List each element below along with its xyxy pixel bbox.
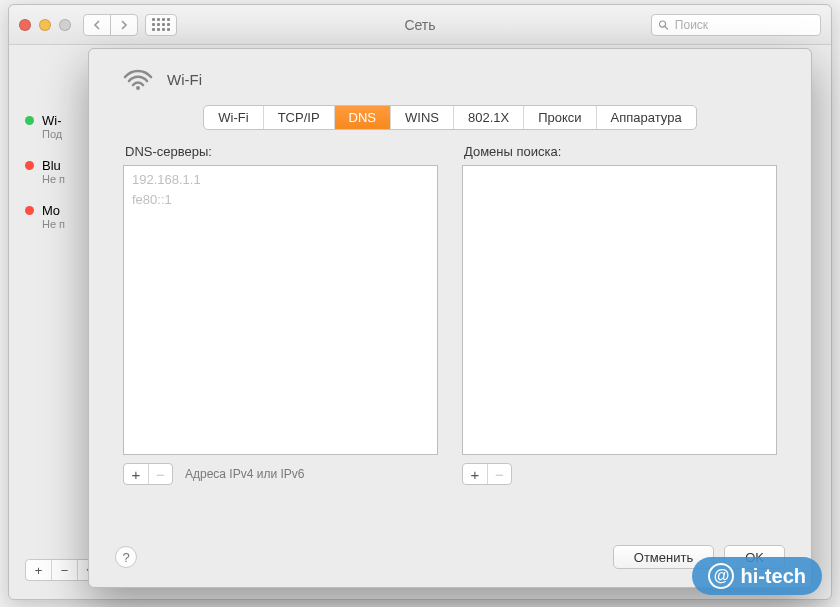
search-domains-column: Домены поиска: + − (462, 144, 777, 485)
list-item[interactable]: fe80::1 (132, 190, 429, 210)
watermark-text: hi-tech (740, 565, 806, 588)
remove-connection-button[interactable]: − (52, 560, 78, 580)
sidebar-item-label: Wi- (42, 113, 62, 128)
sidebar-item-modem[interactable]: Mo Не п (25, 195, 85, 240)
sidebar-item-label: Blu (42, 158, 65, 173)
dns-hint: Адреса IPv4 или IPv6 (185, 467, 304, 481)
tab-hardware[interactable]: Аппаратура (597, 106, 696, 129)
at-icon: @ (708, 563, 734, 589)
tab-dns[interactable]: DNS (335, 106, 391, 129)
grid-icon (152, 18, 170, 31)
titlebar: Сеть (9, 5, 831, 45)
help-button[interactable]: ? (115, 546, 137, 568)
sidebar-item-status: Не п (42, 173, 65, 185)
sidebar-item-status: Под (42, 128, 62, 140)
forward-button[interactable] (110, 14, 138, 36)
back-button[interactable] (83, 14, 111, 36)
search-domains-list[interactable] (462, 165, 777, 455)
sidebar-item-wifi[interactable]: Wi- Под (25, 105, 85, 150)
sheet-title: Wi-Fi (167, 71, 202, 88)
nav-buttons (83, 14, 137, 36)
sidebar-item-bluetooth[interactable]: Blu Не п (25, 150, 85, 195)
status-dot-icon (25, 161, 34, 170)
svg-point-2 (136, 86, 140, 90)
dns-plus-minus: + − (123, 463, 173, 485)
tab-proxies[interactable]: Прокси (524, 106, 596, 129)
chevron-right-icon (120, 20, 128, 30)
close-window-button[interactable] (19, 19, 31, 31)
dns-panel: DNS-серверы: 192.168.1.1 fe80::1 + − Адр… (115, 144, 785, 485)
search-icon (658, 19, 669, 31)
search-input[interactable] (673, 17, 814, 33)
window-controls (19, 19, 71, 31)
sheet-header: Wi-Fi (115, 67, 785, 91)
status-dot-icon (25, 116, 34, 125)
wifi-icon (123, 67, 153, 91)
remove-domain-button[interactable]: − (487, 464, 511, 484)
advanced-settings-sheet: Wi-Fi Wi-Fi TCP/IP DNS WINS 802.1X Прокс… (88, 48, 812, 588)
sheet-footer: ? Отменить OK (115, 545, 785, 569)
chevron-left-icon (93, 20, 101, 30)
status-dot-icon (25, 206, 34, 215)
sidebar-item-label: Mo (42, 203, 65, 218)
tab-wins[interactable]: WINS (391, 106, 454, 129)
minimize-window-button[interactable] (39, 19, 51, 31)
dns-servers-label: DNS-серверы: (123, 144, 438, 159)
zoom-window-button[interactable] (59, 19, 71, 31)
tab-bar: Wi-Fi TCP/IP DNS WINS 802.1X Прокси Аппа… (203, 105, 696, 130)
sidebar-item-status: Не п (42, 218, 65, 230)
connections-sidebar: Wi- Под Blu Не п Mo Не п (25, 105, 85, 240)
domains-plus-minus: + − (462, 463, 512, 485)
show-all-button[interactable] (145, 14, 177, 36)
watermark: @ hi-tech (692, 557, 822, 595)
search-domains-label: Домены поиска: (462, 144, 777, 159)
tab-8021x[interactable]: 802.1X (454, 106, 524, 129)
search-field[interactable] (651, 14, 821, 36)
add-domain-button[interactable]: + (463, 464, 487, 484)
add-dns-button[interactable]: + (124, 464, 148, 484)
list-item[interactable]: 192.168.1.1 (132, 170, 429, 190)
tab-tcpip[interactable]: TCP/IP (264, 106, 335, 129)
remove-dns-button[interactable]: − (148, 464, 172, 484)
svg-line-1 (665, 26, 668, 29)
tab-wifi[interactable]: Wi-Fi (204, 106, 263, 129)
add-connection-button[interactable]: + (26, 560, 52, 580)
svg-point-0 (659, 21, 665, 27)
dns-servers-column: DNS-серверы: 192.168.1.1 fe80::1 + − Адр… (123, 144, 438, 485)
dns-servers-list[interactable]: 192.168.1.1 fe80::1 (123, 165, 438, 455)
